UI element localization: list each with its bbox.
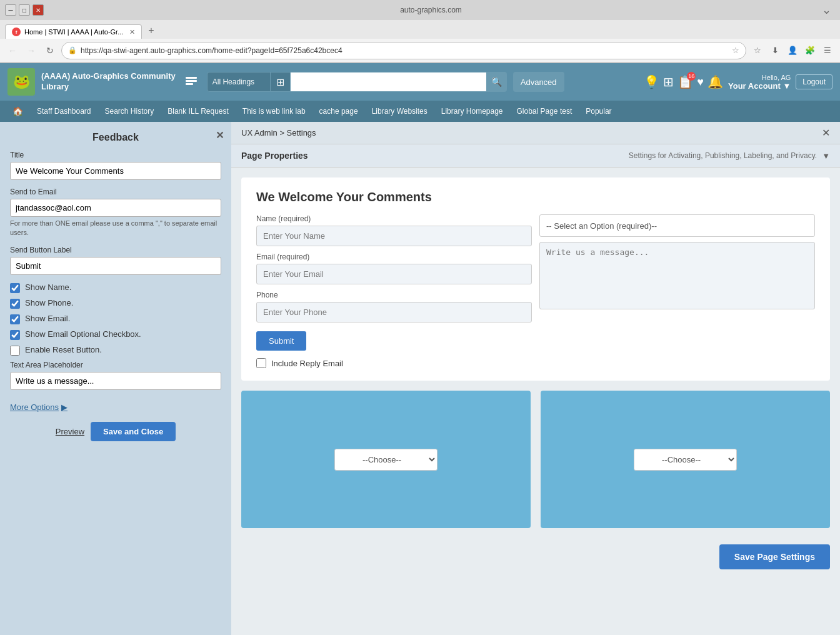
name-field-label: Name (required) [256,214,532,223]
nav-staff-dashboard[interactable]: Staff Dashboard [31,103,98,119]
send-button-label-group: Send Button Label [10,246,221,275]
save-close-button[interactable]: Save and Close [91,422,176,441]
menu-button[interactable]: ☰ [820,43,835,58]
star-icon[interactable]: ☆ [732,46,739,55]
email-field-label: Email (required) [256,252,532,261]
reload-button[interactable]: ↻ [42,43,58,58]
enable-reset-label: Enable Reset Button. [25,345,102,354]
enable-reset-checkbox[interactable] [10,346,20,356]
title-bar: ─ □ ✕ auto-graphics.com ⌄ [0,0,840,20]
chevron-down-icon: ▼ [782,81,791,91]
save-page-settings-button[interactable]: Save Page Settings [719,544,830,569]
search-input[interactable] [291,72,487,92]
send-button-label-input[interactable] [10,257,221,275]
include-reply-label: Include Reply Email [271,359,343,368]
title-field-group: Title [10,151,221,180]
address-bar[interactable]: 🔒 ☆ [61,42,746,59]
app-logo: 🐸 [8,68,35,96]
close-button[interactable]: ✕ [32,4,44,16]
show-email-optional-checkbox[interactable] [10,330,20,340]
svg-rect-0 [186,77,197,79]
maximize-button[interactable]: □ [19,4,30,16]
nav-cache-page[interactable]: cache page [313,103,364,119]
nav-library-websites[interactable]: Library Websites [366,103,434,119]
grid-icon[interactable]: ⊞ [663,75,674,89]
option-select[interactable]: -- Select an Option (required)-- [539,214,815,237]
profile-button[interactable]: 👤 [785,43,800,58]
show-name-checkbox[interactable] [10,283,20,293]
nav-home[interactable]: 🏠 [6,102,29,120]
svg-rect-2 [186,83,193,85]
download-button[interactable]: ⬇ [768,43,782,58]
more-options-link[interactable]: More Options ▶ [10,402,68,412]
bell-icon-wrapper: 🔔 [708,74,723,89]
include-reply-checkbox[interactable] [256,358,266,368]
nav-global-page-test[interactable]: Global Page test [511,103,579,119]
title-input[interactable] [10,162,221,180]
tab-bar: f Home | STWI | AAAA | Auto-Gr... ✕ + [0,20,840,39]
nav-search-history[interactable]: Search History [99,103,161,119]
new-tab-button[interactable]: + [142,22,160,39]
active-tab[interactable]: f Home | STWI | AAAA | Auto-Gr... ✕ [5,24,142,39]
email-field-group: Send to Email For more than ONE email pl… [10,188,221,238]
content-area: UX Admin > Settings ✕ Page Properties Se… [231,122,840,635]
search-dropdown[interactable]: All Headings [207,72,271,92]
logout-button[interactable]: Logout [796,74,832,89]
text-area-placeholder-input[interactable] [10,372,221,390]
left-column: Name (required) Email (required) Phone S… [256,214,532,351]
email-hint: For more than ONE email please use a com… [10,219,221,238]
show-email-optional-label: Show Email Optional Checkbox. [25,329,141,339]
nav-web-link-lab[interactable]: This is web link lab [236,103,312,119]
svg-rect-1 [186,80,197,82]
bookmark-button[interactable]: ☆ [750,43,765,58]
minimize-button[interactable]: ─ [5,4,16,16]
breadcrumb-close-button[interactable]: ✕ [822,127,830,139]
widget-choose-2[interactable]: --Choose-- [634,449,737,471]
breadcrumb: UX Admin > Settings ✕ [231,122,840,144]
chevron-down-icon[interactable]: ⌄ [818,3,835,17]
catalog-icon-button[interactable] [182,72,201,91]
forward-button[interactable]: → [24,43,39,58]
nav-popular[interactable]: Popular [579,103,618,119]
name-field-input[interactable] [256,226,532,246]
extensions-button[interactable]: 🧩 [802,43,818,58]
lightbulb-icon[interactable]: 💡 [644,74,659,89]
stack-icon-button[interactable]: ⊞ [271,72,291,92]
show-phone-label: Show Phone. [25,298,73,308]
widget-choose-1[interactable]: --Choose-- [334,449,438,471]
tab-favicon: f [12,28,21,36]
app-title: (AAAA) Auto-Graphics Community Library [41,71,176,92]
phone-field-input[interactable] [256,302,532,322]
heart-icon[interactable]: ♥ [697,76,704,88]
feedback-close-button[interactable]: ✕ [216,129,224,141]
email-field-input[interactable] [256,264,532,284]
page-properties-title: Page Properties [241,151,308,161]
message-textarea[interactable] [539,242,815,309]
url-input[interactable] [81,46,728,55]
show-phone-row: Show Phone. [10,298,221,309]
page-properties-bar[interactable]: Page Properties Settings for Activating,… [231,144,840,168]
lock-icon: 🔒 [68,46,77,54]
send-button-label-label: Send Button Label [10,246,221,254]
notification-badge: 16 [687,72,696,81]
include-reply-row: Include Reply Email [256,358,815,368]
nav-library-homepage[interactable]: Library Homepage [435,103,509,119]
header-right: 💡 ⊞ 📋 16 ♥ 🔔 Hello, AG Your Account ▼ Lo… [644,74,832,91]
advanced-button[interactable]: Advanced [513,72,564,92]
name-field: Name (required) [256,214,532,246]
feedback-panel-title: Feedback [10,132,221,143]
account-info[interactable]: Hello, AG Your Account ▼ [728,74,791,91]
submit-button[interactable]: Submit [256,331,306,351]
notification-icon-wrapper: ⊞ [663,74,674,89]
nav-blank-ill[interactable]: Blank ILL Request [161,103,235,119]
show-email-checkbox[interactable] [10,314,20,324]
bell-icon[interactable]: 🔔 [708,75,723,89]
show-name-row: Show Name. [10,282,221,293]
show-phone-checkbox[interactable] [10,299,20,309]
preview-button[interactable]: Preview [56,427,84,436]
bell-wrapper: 📋 16 [678,74,693,89]
back-button[interactable]: ← [5,43,20,58]
send-to-email-input[interactable] [10,199,221,217]
search-go-button[interactable]: 🔍 [487,72,507,92]
close-tab-button[interactable]: ✕ [129,28,135,36]
